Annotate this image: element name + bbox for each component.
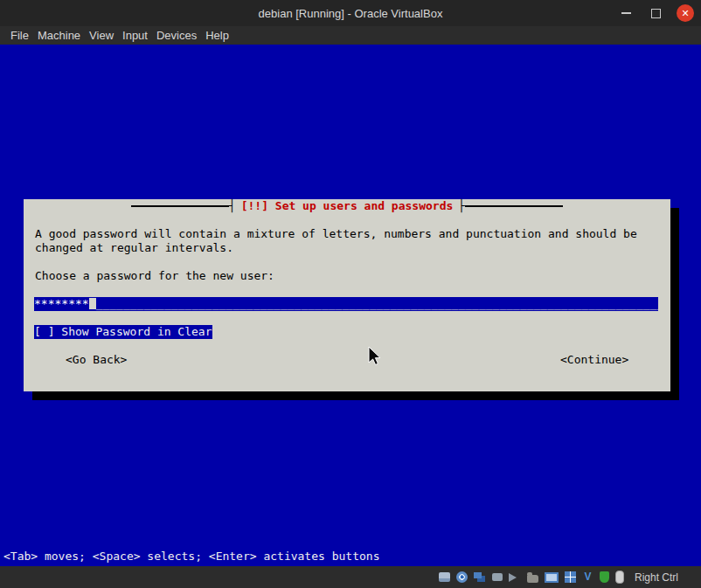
dialog-title-row: ┤ [!!] Set up users and passwords ├: [24, 199, 670, 213]
text-cursor: [89, 298, 96, 309]
menu-machine[interactable]: Machine: [33, 29, 85, 42]
host-key-label: Right Ctrl: [635, 571, 678, 584]
dialog-title-line-left: [131, 205, 229, 207]
maximize-icon: [651, 9, 661, 18]
virtualization-icon[interactable]: [565, 571, 576, 583]
optical-drives-icon[interactable]: [456, 571, 468, 583]
shield-icon[interactable]: [600, 571, 609, 583]
continue-button[interactable]: <Continue>: [560, 353, 628, 367]
maximize-button[interactable]: [647, 4, 664, 22]
password-mask-text: ********: [34, 297, 89, 310]
minimize-icon: [621, 12, 631, 14]
password-prompt-label: Choose a password for the new user:: [35, 269, 274, 283]
audio-icon[interactable]: [509, 573, 521, 582]
menu-help[interactable]: Help: [201, 29, 233, 42]
dialog-title-junction-right: ├: [458, 199, 465, 213]
dialog-title-line-right: [465, 205, 563, 207]
network-icon[interactable]: [492, 573, 503, 581]
dialog-title: [!!] Set up users and passwords: [236, 199, 459, 213]
minimize-button[interactable]: [617, 4, 635, 22]
mouse-cursor-icon: [367, 346, 385, 367]
virtualbox-window: debian [Running] - Oracle VirtualBox ✕ F…: [0, 0, 701, 588]
password-advice-line-2: changed at regular intervals.: [35, 241, 637, 255]
close-icon: ✕: [681, 9, 689, 18]
dual-display-icon[interactable]: [474, 572, 482, 578]
hard-disks-icon[interactable]: [439, 572, 450, 582]
menu-devices[interactable]: Devices: [152, 29, 201, 42]
vm-display[interactable]: ┤ [!!] Set up users and passwords ├ A go…: [0, 45, 701, 566]
installer-help-line: <Tab> moves; <Space> selects; <Enter> ac…: [3, 550, 379, 563]
password-input[interactable]: ********________________________________…: [34, 297, 658, 311]
installer-dialog: ┤ [!!] Set up users and passwords ├ A go…: [24, 199, 670, 391]
window-titlebar[interactable]: debian [Running] - Oracle VirtualBox ✕: [0, 0, 701, 26]
password-advice-line-1: A good password will contain a mixture o…: [35, 227, 637, 241]
dialog-title-junction-left: ┤: [229, 199, 236, 213]
go-back-button[interactable]: <Go Back>: [66, 353, 127, 367]
statusbar: V Right Ctrl: [0, 566, 701, 588]
window-controls: ✕: [617, 0, 701, 26]
menu-view[interactable]: View: [85, 29, 118, 42]
menubar: File Machine View Input Devices Help: [0, 26, 701, 45]
window-title: debian [Running] - Oracle VirtualBox: [259, 7, 443, 20]
features-icon[interactable]: V: [582, 571, 593, 583]
menu-file[interactable]: File: [6, 29, 33, 42]
menu-input[interactable]: Input: [118, 29, 152, 42]
password-fill-underscores: ________________________________________…: [96, 297, 658, 310]
password-advice-text: A good password will contain a mixture o…: [35, 227, 637, 255]
show-password-checkbox[interactable]: [ ] Show Password in Clear: [34, 325, 212, 339]
display-icon[interactable]: [545, 572, 559, 583]
mouse-icon[interactable]: [615, 571, 624, 584]
close-button[interactable]: ✕: [677, 4, 694, 22]
shared-folders-icon[interactable]: [527, 575, 538, 583]
